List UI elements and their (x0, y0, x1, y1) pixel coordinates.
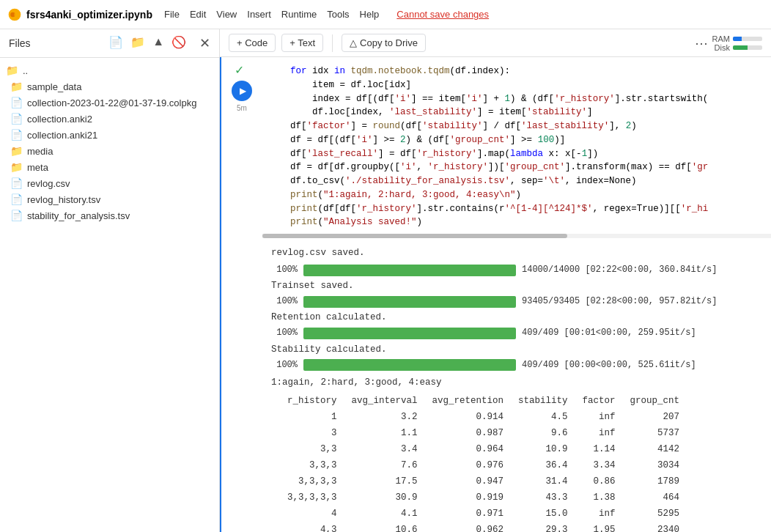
file-name: sample_data (27, 81, 81, 92)
menu-edit[interactable]: Edit (190, 7, 206, 21)
app-logo: fsrs4anki_optimizer.ipynb (7, 7, 152, 22)
file-icon: 📄 (10, 129, 23, 141)
add-code-button[interactable]: + Code (229, 34, 276, 52)
cell-check-icon: ✓ (235, 63, 249, 78)
file-name: .. (23, 65, 28, 76)
sidebar-header: Files 📄 📁 ▲ 🚫 ✕ (0, 29, 219, 58)
resource-indicator: ⋯ RAM Disk (695, 34, 762, 52)
copy-to-drive-button[interactable]: △ Copy to Drive (342, 34, 426, 52)
progress-row-2: 100% 93405/93405 [02:28<00:00, 957.82it/… (271, 295, 765, 309)
menu-file[interactable]: File (164, 7, 180, 21)
menu-insert[interactable]: Insert (247, 7, 271, 21)
drive-icon: △ (350, 37, 357, 48)
upload-icon[interactable]: ▲ (152, 35, 164, 51)
more-options-icon[interactable]: ⋯ (695, 35, 708, 51)
cell-output: revlog.csv saved. 100% 14000/14000 [02:2… (262, 241, 771, 532)
col-avg-retention: avg_retention (425, 393, 512, 409)
file-icon: 📄 (10, 97, 23, 108)
main-layout: Files 📄 📁 ▲ 🚫 ✕ 📁 .. 📁 sample_data 📄 col (0, 29, 771, 532)
trainset-saved: Trainset saved. (271, 278, 765, 293)
copy-drive-label: Copy to Drive (360, 37, 418, 48)
cell-gutter: ✓ 5m (221, 60, 262, 532)
ram-bar (733, 37, 762, 41)
list-item[interactable]: 📁 meta (0, 159, 219, 175)
disk-label: Disk (715, 43, 730, 52)
menu-view[interactable]: View (216, 7, 237, 21)
ram-bar-fill (733, 37, 742, 41)
stability-calculated: Stability calculated. (271, 342, 765, 357)
folder-icon: 📁 (10, 161, 23, 173)
folder-icon: 📁 (10, 81, 23, 92)
col-group-cnt: group_cnt (623, 393, 687, 409)
file-name: stability_for_analysis.tsv (27, 210, 130, 221)
table-row: 3,33.40.96410.91.144142 (280, 441, 687, 457)
list-item[interactable]: 📄 revlog_history.tsv (0, 191, 219, 207)
progress-row-3: 100% 409/409 [00:01<00:00, 259.95it/s] (271, 326, 765, 340)
horizontal-scrollbar[interactable] (262, 234, 771, 238)
menu-help[interactable]: Help (360, 7, 380, 21)
file-name: meta (27, 162, 48, 173)
refresh-icon[interactable]: 🚫 (171, 35, 186, 51)
file-icon: 📄 (10, 193, 23, 205)
table-row: 44.10.97115.0inf5295 (280, 506, 687, 522)
cannot-save-warning[interactable]: Cannot save changes (396, 9, 489, 20)
file-name: revlog.csv (27, 178, 70, 189)
folder-icon: 📁 (10, 145, 23, 157)
sidebar-title: Files (9, 37, 31, 49)
notebook-toolbar: + Code + Text △ Copy to Drive ⋯ RAM (220, 29, 771, 57)
cell-body: for idx in tqdm.notebook.tqdm(df.index):… (262, 60, 771, 532)
list-item[interactable]: 📁 media (0, 143, 219, 159)
list-item[interactable]: 📁 sample_data (0, 78, 219, 95)
run-cell-button[interactable] (232, 81, 252, 101)
cell-runtime: 5m (237, 104, 247, 112)
file-icon: 📄 (10, 177, 23, 189)
table-row: 13.20.9144.5inf207 (280, 409, 687, 425)
col-stability: stability (511, 393, 575, 409)
file-name: media (27, 146, 53, 157)
col-factor: factor (575, 393, 623, 409)
list-item[interactable]: 📄 collection.anki2 (0, 111, 219, 127)
progress-row-1: 100% 14000/14000 [02:22<00:00, 360.84it/… (271, 263, 765, 277)
topbar: fsrs4anki_optimizer.ipynb File Edit View… (0, 0, 771, 29)
progress-bar-1 (303, 265, 516, 276)
menu-runtime[interactable]: Runtime (281, 7, 317, 21)
disk-bar (733, 45, 762, 50)
list-item[interactable]: 📄 stability_for_analysis.tsv (0, 207, 219, 223)
file-name: collection-2023-01-22@01-37-19.colpkg (27, 97, 196, 108)
table-row: 3,3,3,3,330.90.91943.31.38464 (280, 489, 687, 506)
notebook-cells: ✓ 5m for idx in tqdm.notebook.tqdm(df.in… (220, 57, 771, 532)
list-item[interactable]: 📄 collection.anki21 (0, 127, 219, 143)
sidebar-content: 📁 .. 📁 sample_data 📄 collection-2023-01-… (0, 58, 219, 532)
progress-bar-4 (303, 359, 516, 371)
menu-tools[interactable]: Tools (327, 7, 349, 21)
output-table: r_history avg_interval avg_retention sta… (280, 393, 687, 532)
list-item[interactable]: 📄 revlog.csv (0, 175, 219, 191)
col-r-history: r_history (280, 393, 344, 409)
file-name: collection.anki2 (27, 114, 92, 125)
file-name: collection.anki21 (27, 130, 97, 141)
close-sidebar-icon[interactable]: ✕ (199, 35, 210, 51)
code-editor[interactable]: for idx in tqdm.notebook.tqdm(df.index):… (262, 60, 771, 234)
svg-point-2 (14, 12, 19, 17)
col-avg-interval: avg_interval (344, 393, 425, 409)
list-item[interactable]: 📄 collection-2023-01-22@01-37-19.colpkg (0, 95, 219, 111)
colab-icon (7, 7, 22, 22)
ram-label: RAM (712, 34, 730, 43)
ram-disk-info: RAM Disk (712, 34, 762, 52)
retention-calculated: Retention calculated. (271, 310, 765, 325)
table-row: 31.10.9879.6inf5737 (280, 425, 687, 441)
new-file-icon[interactable]: 📄 (108, 35, 123, 51)
new-folder-icon[interactable]: 📁 (130, 35, 145, 51)
print-message: 1:again, 2:hard, 3:good, 4:easy (271, 375, 765, 390)
notebook-content: + Code + Text △ Copy to Drive ⋯ RAM (220, 29, 771, 532)
add-text-button[interactable]: + Text (281, 34, 323, 52)
file-icon: 📄 (10, 210, 23, 221)
progress-bar-2 (303, 296, 516, 308)
list-item[interactable]: 📁 .. (0, 62, 219, 78)
table-row: 3,3,37.60.97636.43.343034 (280, 457, 687, 473)
sidebar-icons: 📄 📁 ▲ 🚫 ✕ (108, 35, 210, 51)
table-row: 4,310.60.96229.31.952340 (280, 522, 687, 532)
progress-bar-3 (303, 328, 516, 339)
table-row: 3,3,3,317.50.94731.40.861789 (280, 473, 687, 489)
disk-bar-fill (733, 45, 748, 50)
